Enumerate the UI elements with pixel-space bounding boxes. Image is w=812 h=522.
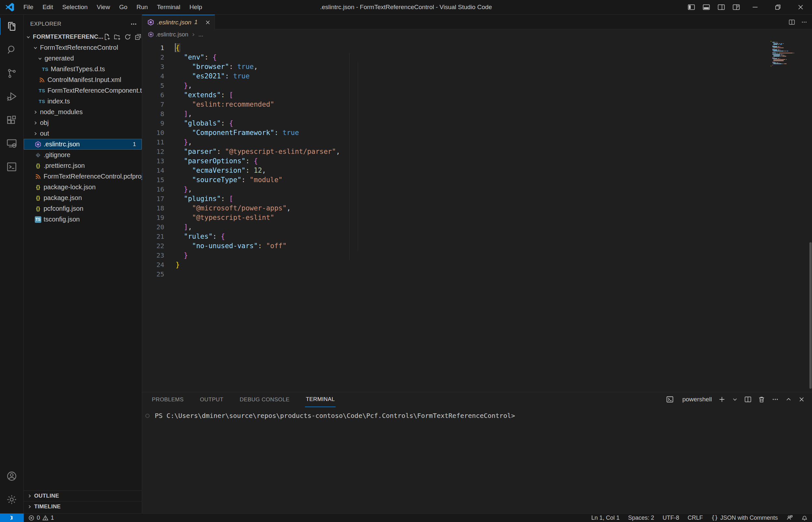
settings-gear-icon[interactable] (0, 488, 23, 511)
accounts-icon[interactable] (0, 464, 23, 488)
tree-item-pcfconfig-json[interactable]: {}pcfconfig.json (24, 203, 142, 214)
tab-eslintrc-json[interactable]: .eslintrc.json 1 (142, 15, 215, 29)
tree-item-out[interactable]: out (24, 128, 142, 139)
tree-item-generated[interactable]: generated (24, 53, 142, 64)
toggle-secondary-sidebar-button[interactable] (714, 0, 729, 14)
code-line-5[interactable]: }, (176, 81, 773, 91)
code-line-7[interactable]: "eslint:recommended" (176, 100, 773, 109)
line-number[interactable]: 13 (142, 157, 164, 166)
code-line-17[interactable]: "plugins": [ (176, 194, 773, 204)
more-actions-icon[interactable] (801, 19, 808, 25)
breadcrumb-file[interactable]: .eslintrc.json (156, 31, 188, 38)
panel-tab-problems[interactable]: PROBLEMS (151, 393, 184, 407)
remote-explorer-icon[interactable] (0, 132, 23, 155)
code-line-1[interactable]: { (176, 43, 773, 53)
code-line-15[interactable]: "sourceType": "module" (176, 175, 773, 185)
split-editor-icon[interactable] (789, 19, 795, 25)
timeline-section[interactable]: TIMELINE (24, 501, 142, 512)
toggle-primary-sidebar-button[interactable] (684, 0, 699, 14)
close-tab-icon[interactable] (205, 20, 211, 25)
code-line-11[interactable]: }, (176, 138, 773, 147)
tree-item-package-lock-json[interactable]: {}package-lock.json (24, 182, 142, 193)
menu-go[interactable]: Go (115, 0, 132, 14)
maximize-panel-icon[interactable] (785, 396, 792, 403)
line-number[interactable]: 2 (142, 53, 164, 62)
breadcrumb-symbol[interactable]: ... (198, 31, 203, 38)
problems-status[interactable]: 0 1 (24, 515, 59, 521)
close-window-button[interactable] (789, 0, 812, 14)
terminal-view-icon[interactable] (0, 155, 23, 179)
code-line-4[interactable]: "es2021": true (176, 72, 773, 81)
extensions-icon[interactable] (0, 108, 23, 132)
code-line-16[interactable]: }, (176, 185, 773, 194)
tree-item--gitignore[interactable]: .gitignore (24, 149, 142, 160)
tree-item-controlmanifest-input-xml[interactable]: ControlManifest.Input.xml (24, 75, 142, 85)
code-line-8[interactable]: ], (176, 109, 773, 119)
minimap[interactable] (770, 41, 801, 68)
new-folder-icon[interactable] (114, 34, 121, 40)
panel-more-actions-icon[interactable] (772, 396, 779, 403)
tree-item-formtextreferencecontrol[interactable]: FormTextReferenceControl (24, 42, 142, 53)
cursor-position[interactable]: Ln 1, Col 1 (587, 515, 624, 521)
notifications-bell-icon[interactable] (797, 515, 812, 521)
code-line-14[interactable]: "ecmaVersion": 12, (176, 166, 773, 175)
language-mode[interactable]: {}JSON with Comments (707, 515, 782, 521)
menu-selection[interactable]: Selection (58, 0, 92, 14)
code-line-23[interactable]: } (176, 251, 773, 260)
run-and-debug-icon[interactable] (0, 85, 23, 108)
line-number[interactable]: 20 (142, 222, 164, 232)
line-number[interactable]: 18 (142, 204, 164, 213)
code-line-21[interactable]: "rules": { (176, 232, 773, 241)
tweet-feedback-icon[interactable] (782, 515, 797, 521)
code-line-13[interactable]: "parserOptions": { (176, 157, 773, 166)
customize-layout-button[interactable] (729, 0, 744, 14)
code-line-22[interactable]: "no-unused-vars": "off" (176, 241, 773, 251)
collapse-folders-icon[interactable] (135, 34, 141, 40)
tree-item--prettierrc-json[interactable]: {}.prettierrc.json (24, 160, 142, 171)
line-number[interactable]: 9 (142, 119, 164, 128)
line-number[interactable]: 15 (142, 175, 164, 185)
line-number[interactable]: 4 (142, 72, 164, 81)
line-number[interactable]: 8 (142, 109, 164, 119)
refresh-explorer-icon[interactable] (124, 34, 131, 40)
tree-item-node-modules[interactable]: node_modules (24, 107, 142, 117)
terminal-shell-label[interactable]: powershell (682, 396, 712, 403)
menu-file[interactable]: File (19, 0, 38, 14)
tree-item-manifesttypes-d-ts[interactable]: TSManifestTypes.d.ts (24, 64, 142, 75)
line-number[interactable]: 23 (142, 251, 164, 260)
line-number[interactable]: 14 (142, 166, 164, 175)
tree-item-package-json[interactable]: {}package.json (24, 193, 142, 203)
line-number[interactable]: 12 (142, 147, 164, 157)
panel-tab-debug-console[interactable]: DEBUG CONSOLE (239, 393, 290, 407)
new-file-icon[interactable] (103, 34, 110, 40)
code-line-2[interactable]: "env": { (176, 53, 773, 62)
line-number[interactable]: 17 (142, 194, 164, 204)
tree-item--eslintrc-json[interactable]: .eslintrc.json1 (24, 139, 142, 149)
code-line-3[interactable]: "browser": true, (176, 62, 773, 72)
menu-run[interactable]: Run (132, 0, 153, 14)
line-number[interactable]: 25 (142, 269, 164, 279)
menu-view[interactable]: View (93, 0, 115, 14)
panel-tab-terminal[interactable]: TERMINAL (305, 393, 335, 407)
source-control-icon[interactable] (0, 61, 23, 85)
close-panel-icon[interactable] (798, 396, 805, 403)
line-number[interactable]: 21 (142, 232, 164, 241)
editor-scrollbar[interactable] (809, 242, 812, 389)
line-number[interactable]: 10 (142, 128, 164, 138)
line-number[interactable]: 19 (142, 213, 164, 222)
panel-tab-output[interactable]: OUTPUT (199, 393, 224, 407)
tree-item-obj[interactable]: obj (24, 117, 142, 128)
new-terminal-icon[interactable] (718, 396, 726, 403)
kill-terminal-icon[interactable] (758, 396, 765, 403)
code-line-19[interactable]: "@typescript-eslint" (176, 213, 773, 222)
code-line-20[interactable]: ], (176, 222, 773, 232)
tree-item-formtextreferencecomponent-tsx[interactable]: TSFormTextReferenceComponent.tsx (24, 85, 142, 96)
explorer-icon[interactable] (0, 15, 23, 38)
line-number[interactable]: 5 (142, 81, 164, 91)
menu-edit[interactable]: Edit (38, 0, 58, 14)
menu-help[interactable]: Help (185, 0, 206, 14)
line-numbers-gutter[interactable]: 1234567891011121314151617181920212223242… (142, 43, 164, 279)
line-number[interactable]: 3 (142, 62, 164, 72)
tree-item-formtextreferencecontrol-pcfproj[interactable]: FormTextReferenceControl.pcfproj (24, 171, 142, 182)
line-number[interactable]: 6 (142, 91, 164, 100)
